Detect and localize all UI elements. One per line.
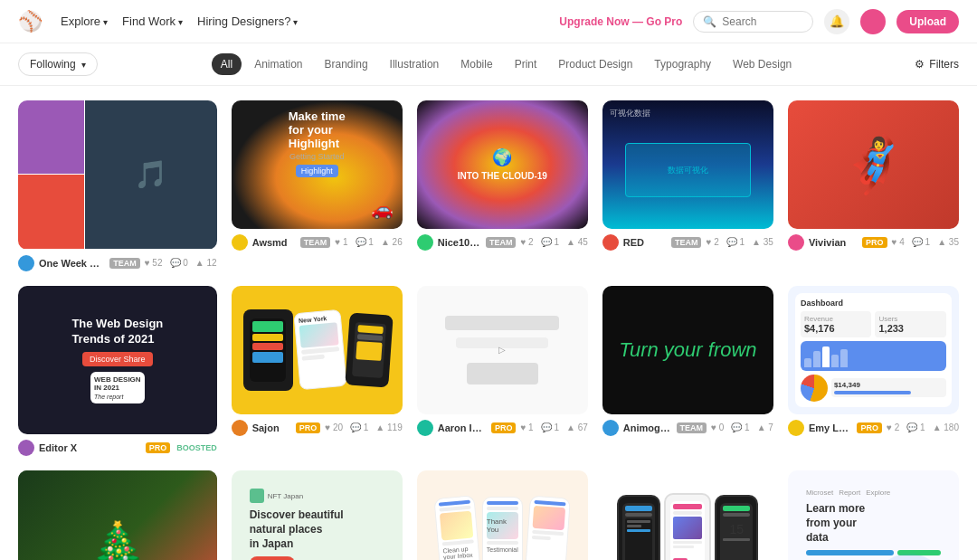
card-avatar [788,420,804,436]
tab-web-design[interactable]: Web Design [724,53,801,75]
card-thumb: 🦸‍♀️ [788,100,959,229]
card-meta: Animography TEAM ♥ 0 💬 1 ▲ 7 [602,420,773,436]
shots-grid: 🎵 One Week Wonders TEAM ♥ 52 💬 0 ▲ 12 Ma… [0,86,977,560]
nav-explore[interactable]: Explore [61,14,108,28]
card-avatar [232,420,248,436]
card-author: One Week Wonders [39,258,105,269]
card-avatar [602,420,619,436]
boosted-label: BOOSTED [176,443,217,452]
card-avatar [232,234,248,251]
card-sajon[interactable]: New York Sajon PRO ♥ 20 [232,286,403,457]
card-thumb: 15 [602,470,773,560]
card-stats: ♥ 2 💬 1 ▲ 35 [706,237,773,247]
card-awsmd[interactable]: Make timefor yourHighlight Getting Start… [232,100,403,271]
card-vivivian[interactable]: 🦸‍♀️ Vivivian PRO ♥ 4 💬 1 ▲ 35 [788,100,959,271]
tab-illustration[interactable]: Illustration [381,53,449,75]
tab-typography[interactable]: Typography [645,53,720,75]
card-thumb: The Web DesignTrends of 2021 Discover Sh… [18,286,217,435]
card-avatar [18,440,34,456]
card-uran[interactable]: 🎄 🎅 Uran PRO ♥ 7 💬 1 ▲ 225 [18,470,217,560]
card-thumb: 🎄 🎅 [18,470,217,560]
card-author: Editor X [39,442,141,453]
card-shakuro-pro[interactable]: 15 Shakuro PRO ♥ 2 💬 1 ▲ 115 [602,470,773,560]
card-badge: TEAM [300,237,331,248]
following-dropdown[interactable]: Following [18,52,98,76]
card-thumb: Turn your frown [602,286,773,414]
tab-animation[interactable]: Animation [245,53,311,75]
tab-all[interactable]: All [212,53,242,75]
nav-hiring[interactable]: Hiring Designers? [197,14,298,28]
card-badge: TEAM [677,422,707,433]
upgrade-button[interactable]: Upgrade Now — Go Pro [559,15,682,28]
card-badge: TEAM [671,237,702,248]
tab-branding[interactable]: Branding [316,53,377,75]
tab-product-design[interactable]: Product Design [549,53,641,75]
filters-button[interactable]: ⚙ Filters [915,58,959,71]
card-thumb: New York [232,286,403,414]
card-author: Awsmd [252,237,296,248]
card-avatar [417,234,433,251]
notifications-icon[interactable]: 🔔 [824,9,849,34]
report-box: WEB DESIGNIN 2021 The report [90,372,145,403]
awsmd-title: Make timefor yourHighlight [289,109,346,150]
following-chevron [81,58,86,71]
card-nice100team[interactable]: 🌍 INTO THE CLOUD-19 Nice100Team TEAM ♥ 2… [417,100,588,271]
frown-text: Turn your frown [619,338,756,362]
search-box[interactable]: 🔍 [693,11,813,33]
search-input[interactable] [722,15,803,28]
card-avatar [18,255,34,271]
search-icon: 🔍 [703,15,716,28]
filter-tabs: All Animation Branding Illustration Mobi… [112,53,901,75]
discover-btn: Discover Share [82,352,153,366]
card-editor-x[interactable]: The Web DesignTrends of 2021 Discover Sh… [18,286,217,457]
tab-mobile[interactable]: Mobile [451,53,501,75]
card-meta: Awsmd TEAM ♥ 1 💬 1 ▲ 26 [232,234,403,251]
card-avatar [788,234,804,251]
filter-icon: ⚙ [915,58,925,71]
card-badge: PRO [491,422,517,433]
card-meta: Vivivian PRO ♥ 4 💬 1 ▲ 35 [788,234,959,251]
card-stats: ♥ 1 💬 1 ▲ 67 [520,422,587,432]
ww-figure: 🦸‍♀️ [839,132,907,196]
card-animography[interactable]: Turn your frown Animography TEAM ♥ 0 💬 1… [602,286,773,457]
card-thumb: MicrosetReportExplore Learn morefrom you… [788,470,959,560]
card-thumb: Clean up your Inbox Thank You Testimonia… [417,470,588,560]
card-zahidul[interactable]: NFT Japan Discover beautifulnatural plac… [232,470,403,560]
card-author: RED [623,237,667,248]
main-nav: Explore Find Work Hiring Designers? [61,14,298,28]
card-shakuro-team[interactable]: Clean up your Inbox Thank You Testimonia… [417,470,588,560]
card-author: Aaron Iker [438,422,487,433]
card-author: Nice100Team [438,237,481,248]
card-badge: PRO [862,237,887,248]
logo: ⚾ [18,10,43,33]
card-avatar [417,420,433,436]
comments-stat: 💬 0 [170,258,188,268]
header: ⚾ Explore Find Work Hiring Designers? Up… [0,0,977,43]
card-red[interactable]: 可视化数据 数据可视化 RED TEAM ♥ 2 💬 1 ▲ 35 [602,100,773,271]
upload-button[interactable]: Upload [896,10,959,33]
header-right: Upgrade Now — Go Pro 🔍 🔔 Upload [559,9,959,34]
card-badge: TEAM [486,237,517,248]
card-stats: ♥ 20 💬 1 ▲ 119 [325,422,403,432]
card-stats: ♥ 2 💬 1 ▲ 180 [887,422,959,432]
card-author: Emy Lascan [809,422,853,433]
card-one-week-wonders[interactable]: 🎵 One Week Wonders TEAM ♥ 52 💬 0 ▲ 12 [18,100,217,271]
card-badge: TEAM [109,258,140,269]
likes-stat: ▲ 12 [195,258,217,268]
user-avatar[interactable] [860,9,886,34]
card-stats: ♥ 1 💬 1 ▲ 26 [335,237,402,247]
tab-print[interactable]: Print [506,53,546,75]
card-meta: Editor X PRO BOOSTED [18,440,217,456]
card-aaron-iker[interactable]: ▷ Aaron Iker PRO ♥ 1 💬 1 ▲ 67 [417,286,588,457]
hearts-stat: ♥ 52 [145,258,163,268]
card-author: Animography [623,422,672,433]
card-emy-lascan-2[interactable]: MicrosetReportExplore Learn morefrom you… [788,470,959,560]
card-emy-lascan-1[interactable]: Dashboard Revenue $4,176 Users 1,233 [788,286,959,457]
card-badge: PRO [857,422,882,433]
card-thumb: Dashboard Revenue $4,176 Users 1,233 [788,286,959,414]
card-stats: ♥ 2 💬 1 ▲ 45 [520,237,587,247]
card-badge: PRO [296,422,321,433]
nav-find-work[interactable]: Find Work [122,14,183,28]
webdesign-title: The Web DesignTrends of 2021 [71,317,163,347]
toolbar: Following All Animation Branding Illustr… [0,43,977,86]
